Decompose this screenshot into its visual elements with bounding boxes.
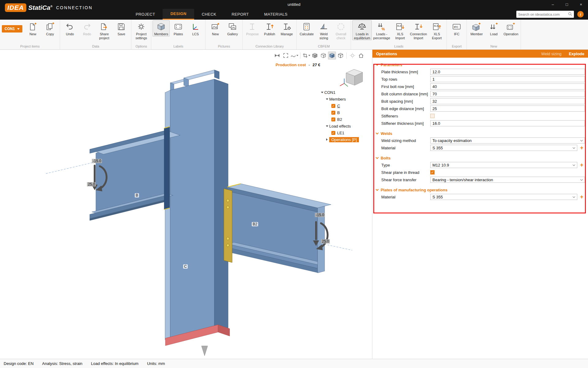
bolt-column-distance-input[interactable] <box>430 91 585 97</box>
info-button[interactable]: i <box>577 11 584 17</box>
section-parameters[interactable]: Parameters <box>376 63 588 67</box>
checkbox-checked-icon[interactable] <box>331 104 335 108</box>
shear-force-transfer-select[interactable]: Bearing - tension/shear interaction <box>430 177 585 183</box>
tree-item-label[interactable]: B <box>337 110 340 115</box>
tree-expand-icon[interactable] <box>325 125 329 127</box>
tree-item-label[interactable]: B2 <box>337 117 342 122</box>
tree-item-member-b[interactable]: B <box>319 109 359 116</box>
tab-check[interactable]: CHECK <box>194 9 224 20</box>
tab-design[interactable]: DESIGN <box>163 9 194 20</box>
chevron-down-icon <box>308 55 310 56</box>
project-settings-button[interactable]: Project settings <box>133 20 150 40</box>
view-edges-icon[interactable] <box>319 52 327 59</box>
tab-project[interactable]: PROJECT <box>128 9 163 20</box>
first-bolt-row-input[interactable] <box>430 83 585 90</box>
shear-plane-checkbox[interactable] <box>430 170 435 174</box>
tree-node-operations[interactable]: Operations [P] <box>319 136 359 143</box>
add-weld-material-button[interactable] <box>580 145 583 151</box>
tree-item-le1[interactable]: LE1 <box>319 129 359 136</box>
tab-materials[interactable]: MATERIALS <box>257 9 295 20</box>
tree-expand-icon[interactable] <box>325 98 329 100</box>
weld-material-select[interactable]: S 355 <box>430 145 577 151</box>
bolt-edge-distance-input[interactable] <box>430 105 585 112</box>
home-view-icon[interactable] <box>357 52 365 59</box>
deformed-shape-icon[interactable] <box>290 52 298 59</box>
save-button[interactable]: Save <box>113 20 130 36</box>
panel-weld-sizing-button[interactable]: Weld sizing <box>541 52 561 56</box>
maximize-button[interactable]: □ <box>560 0 574 9</box>
search-box[interactable] <box>516 11 574 18</box>
tree-collapse-icon[interactable] <box>325 138 329 141</box>
top-rows-input[interactable] <box>430 76 585 82</box>
labels-lcs-toggle[interactable]: LCS <box>187 20 204 36</box>
xls-import-button[interactable]: XLS XLS Import <box>391 20 409 40</box>
stiffener-thickness-input[interactable] <box>430 120 585 126</box>
tree-node-label-selected[interactable]: Operations [P] <box>329 137 359 142</box>
chevron-down-icon <box>376 132 379 135</box>
search-icon[interactable] <box>568 12 572 17</box>
connection-import-button[interactable]: Connection Import <box>409 20 428 40</box>
new-project-item-button[interactable]: New <box>24 20 41 36</box>
new-operation-button[interactable]: Operation <box>502 20 519 36</box>
xls-export-button[interactable]: XLS XLS Export <box>428 20 445 40</box>
panel-explode-button[interactable]: Explode <box>569 52 584 56</box>
new-picture-button[interactable]: New <box>207 20 224 36</box>
tree-item-label[interactable]: C <box>337 104 340 108</box>
member-label-b2: B2 <box>252 222 258 226</box>
new-load-button[interactable]: Load <box>485 20 502 36</box>
plates-material-select[interactable]: S 355 <box>430 194 577 200</box>
undo-button[interactable]: Undo <box>61 20 78 36</box>
copy-project-item-button[interactable]: Copy <box>41 20 58 36</box>
labels-members-toggle[interactable]: Members <box>153 20 170 36</box>
bolt-type-select[interactable]: M12 10.9 <box>430 162 577 168</box>
share-project-button[interactable]: Share project <box>96 20 113 40</box>
tree-node-members[interactable]: Members <box>319 96 359 102</box>
loads-percentage-button[interactable]: % Loads - percentage <box>372 20 391 40</box>
section-plates[interactable]: Plates of manufacturing operations <box>376 188 588 192</box>
view-wireframe-icon[interactable] <box>337 52 345 59</box>
checkbox-checked-icon[interactable] <box>331 131 335 135</box>
calculate-button[interactable]: Calculate <box>298 20 315 36</box>
dimensions-icon[interactable] <box>273 52 281 59</box>
zoom-fit-icon[interactable] <box>282 52 290 59</box>
param-row-bolt-column-distance: Bolt column distance [mm] <box>372 90 588 98</box>
labels-plates-toggle[interactable]: Plates <box>170 20 187 36</box>
new-member-button[interactable]: Member <box>468 20 485 36</box>
param-row-first-bolt-row: First bolt row [mm] <box>372 83 588 90</box>
minimize-button[interactable]: – <box>546 0 560 9</box>
view-cube[interactable] <box>337 65 366 90</box>
section-welds[interactable]: Welds <box>376 131 588 136</box>
tree-expand-icon[interactable] <box>320 92 324 93</box>
tree-item-label[interactable]: LE1 <box>337 131 344 135</box>
close-button[interactable]: × <box>574 0 588 9</box>
add-plates-material-button[interactable] <box>580 194 583 200</box>
bolt-spacing-input[interactable] <box>430 98 585 104</box>
section-bolts[interactable]: Bolts <box>376 156 588 160</box>
view-shaded-icon[interactable] <box>328 52 336 59</box>
weld-sizing-method-select[interactable]: To capacity estimation <box>430 137 585 144</box>
project-item-selector[interactable]: CON1 <box>2 25 22 33</box>
viewport-3d[interactable]: Production cost - 27 € B B2 C -15.0 25.0… <box>0 50 372 359</box>
tree-node-con1[interactable]: CON1 <box>319 89 359 96</box>
tab-report[interactable]: REPORT <box>224 9 256 20</box>
tree-item-member-b2[interactable]: B2 <box>319 116 359 123</box>
weld-sizing-button[interactable]: Weld sizing <box>315 20 332 40</box>
loads-in-equilibrium-toggle[interactable]: Loads in equilibrium <box>352 20 372 40</box>
gallery-button[interactable]: Gallery <box>224 20 241 36</box>
view-solid-icon[interactable] <box>311 52 319 59</box>
tree-item-member-c[interactable]: C <box>319 102 359 109</box>
checkbox-checked-icon[interactable] <box>331 117 335 121</box>
plate-thickness-input[interactable] <box>430 69 585 75</box>
publish-button[interactable]: Publish <box>261 20 278 36</box>
ifc-export-button[interactable]: IFC IFC <box>448 20 465 36</box>
add-bolt-type-button[interactable] <box>580 162 583 168</box>
search-input[interactable] <box>518 13 568 16</box>
manage-button[interactable]: Manage <box>278 20 295 36</box>
connection-3d-model[interactable] <box>0 50 372 359</box>
stiffeners-checkbox[interactable] <box>430 114 435 118</box>
checkbox-checked-icon[interactable] <box>331 111 335 115</box>
toolbar-separator <box>346 52 347 59</box>
tree-node-load-effects[interactable]: Load effects <box>319 123 359 129</box>
chevron-down-icon <box>376 188 379 191</box>
section-crop-icon[interactable] <box>302 52 310 59</box>
